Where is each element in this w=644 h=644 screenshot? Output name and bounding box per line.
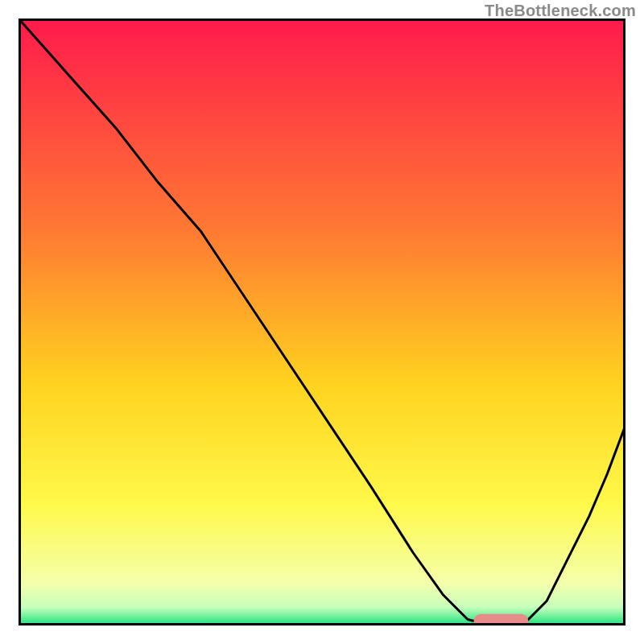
gradient-background	[19, 19, 625, 625]
plot-frame	[19, 19, 625, 625]
chart-container: TheBottleneck.com	[0, 0, 644, 644]
watermark-text: TheBottleneck.com	[485, 2, 636, 20]
chart-svg	[19, 19, 625, 625]
